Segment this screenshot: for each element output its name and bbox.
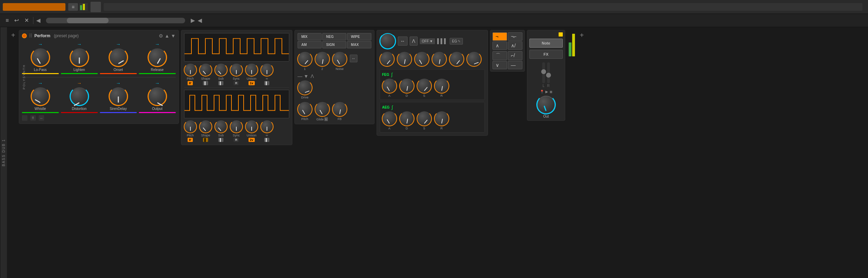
sirendelay-knob[interactable] bbox=[109, 87, 127, 105]
osc1-sub-value[interactable]: ▌ bbox=[218, 81, 223, 85]
plugin-icon[interactable] bbox=[90, 2, 101, 12]
fx-cyan-knob[interactable] bbox=[380, 33, 396, 49]
waveform-btn-neg[interactable]: ¬ bbox=[492, 32, 507, 41]
stop-icon[interactable]: ◼ bbox=[550, 90, 552, 94]
feg-r-knob[interactable] bbox=[434, 79, 449, 93]
out-knob[interactable] bbox=[537, 96, 555, 114]
osc2-sync-knob[interactable] bbox=[230, 120, 243, 133]
mix-knob-2[interactable] bbox=[315, 52, 330, 66]
arrow-icon-bottom[interactable]: ↔ bbox=[39, 115, 44, 121]
osc2-shape-knob[interactable] bbox=[199, 120, 212, 133]
fb-knob[interactable] bbox=[332, 102, 347, 117]
off-dropdown[interactable]: OFF ▼ bbox=[420, 38, 435, 44]
osc1-pitch-knob[interactable] bbox=[184, 64, 197, 76]
glide-l-badge[interactable]: L bbox=[324, 117, 328, 121]
fx-knob-4[interactable] bbox=[432, 52, 447, 66]
waveform-btn-hill[interactable]: ⌒ bbox=[492, 51, 507, 60]
add-right-button[interactable]: + bbox=[578, 30, 585, 41]
osc2-pitch-knob[interactable] bbox=[184, 120, 197, 133]
lopass-knob[interactable] bbox=[31, 48, 49, 66]
mix-knob-1[interactable] bbox=[298, 52, 312, 66]
timeline[interactable] bbox=[104, 3, 862, 11]
osc2-shape-value[interactable]: ▌ bbox=[203, 138, 208, 142]
mix-btn-neg[interactable]: NEG bbox=[322, 33, 346, 40]
note-button[interactable]: Note bbox=[529, 39, 563, 48]
lambda-btn[interactable]: Λ bbox=[410, 37, 418, 46]
lambda-icon[interactable]: Λ bbox=[310, 73, 314, 79]
osc1-shape-value[interactable]: ▌ bbox=[203, 81, 208, 85]
back-arrow-2[interactable]: ◀ bbox=[198, 17, 202, 24]
waveform-btn-slash[interactable]: ⌐/ bbox=[508, 51, 522, 60]
track-name-bar[interactable] bbox=[3, 3, 65, 11]
fx-knob-2[interactable] bbox=[397, 52, 412, 66]
osc1-sub-knob[interactable] bbox=[215, 64, 227, 76]
l-slider[interactable] bbox=[542, 62, 545, 83]
osc1-shape-knob[interactable] bbox=[199, 64, 212, 76]
down-arrow-icon[interactable]: ▼ bbox=[171, 33, 176, 39]
osc2-sub-knob[interactable] bbox=[215, 120, 227, 133]
fx-knob-6[interactable] bbox=[467, 52, 481, 66]
mix-btn-mix[interactable]: MIX bbox=[298, 33, 322, 40]
osc2-sub-value[interactable]: ▌ bbox=[218, 138, 223, 142]
osc2-inf-knob[interactable] bbox=[261, 120, 273, 133]
pitch-knob[interactable] bbox=[298, 102, 312, 117]
osc2-unison-knob[interactable] bbox=[245, 120, 258, 133]
undo-icon[interactable]: ↩ bbox=[13, 16, 20, 25]
aeg-d-knob[interactable] bbox=[400, 111, 414, 126]
whistle-knob[interactable] bbox=[31, 87, 49, 105]
onset-knob[interactable] bbox=[109, 48, 127, 66]
back-arrow[interactable]: ◀ bbox=[36, 17, 40, 24]
osc2-unison-value[interactable]: 2v bbox=[248, 138, 255, 142]
osc1-pitch-value[interactable]: 8' bbox=[188, 81, 193, 85]
menu-icon[interactable]: ≡ bbox=[68, 3, 78, 11]
mix-noise-knob[interactable] bbox=[332, 52, 347, 66]
grid-icon[interactable]: ▌▌▌ bbox=[437, 38, 448, 44]
play-icon[interactable]: ▶ bbox=[545, 90, 548, 94]
waveform-btn-valley[interactable]: ∨ bbox=[492, 61, 507, 69]
fwd-arrow[interactable]: ▶ bbox=[191, 17, 195, 24]
waveform-btn-neg2[interactable]: ¬⌐ bbox=[508, 32, 522, 41]
mix-btn-sign[interactable]: SIGN bbox=[322, 41, 346, 48]
osc1-sync-knob[interactable] bbox=[230, 64, 243, 76]
osc1-unison-knob[interactable] bbox=[245, 64, 258, 76]
settings-icon[interactable]: ⚙ bbox=[159, 33, 163, 39]
feg-d-knob[interactable] bbox=[400, 79, 414, 93]
osc1-inf-knob[interactable] bbox=[261, 64, 273, 76]
osc2-inf-value[interactable]: ▌ bbox=[264, 138, 269, 142]
osc1-sync-value[interactable]: R bbox=[234, 81, 239, 85]
mix-btn-am[interactable]: AM bbox=[298, 41, 322, 48]
scrollbar[interactable] bbox=[46, 18, 185, 23]
power-button[interactable] bbox=[22, 33, 27, 38]
feg-a-knob[interactable] bbox=[382, 79, 397, 93]
aeg-r-knob[interactable] bbox=[434, 111, 449, 126]
fx-knob-5[interactable] bbox=[449, 52, 464, 66]
dash-arrow-icon[interactable]: — ▼ bbox=[298, 73, 309, 79]
fx-knob-3[interactable] bbox=[415, 52, 429, 66]
osc2-sync-value[interactable]: R bbox=[234, 138, 239, 142]
osc1-inf-value[interactable]: ▌ bbox=[264, 81, 269, 85]
link-icon-btn[interactable]: ↔ bbox=[398, 37, 408, 46]
r-slider[interactable] bbox=[547, 62, 550, 83]
link-button[interactable]: ↔ bbox=[350, 55, 357, 62]
pin-icon[interactable]: 📍 bbox=[540, 90, 544, 94]
page-icon[interactable] bbox=[22, 115, 27, 121]
aeg-shape-icon[interactable]: ∫ bbox=[392, 104, 393, 110]
glide-knob[interactable] bbox=[315, 102, 330, 117]
fx-knob-1[interactable] bbox=[380, 52, 394, 66]
eg-btn[interactable]: EG ✎ bbox=[450, 38, 463, 45]
osc2-pitch-value[interactable]: 8' bbox=[188, 138, 193, 142]
lighten-knob[interactable] bbox=[70, 48, 88, 66]
dots-icon[interactable]: ⠿ bbox=[30, 115, 36, 121]
distortion-knob[interactable] bbox=[70, 87, 88, 105]
add-left-button[interactable]: + bbox=[10, 30, 17, 41]
waveform-btn-tri[interactable]: ∧ bbox=[492, 41, 507, 50]
list-icon[interactable]: ≡ bbox=[4, 16, 10, 25]
drive-knob[interactable] bbox=[298, 80, 312, 95]
aeg-a-knob[interactable] bbox=[382, 111, 397, 126]
close-icon[interactable]: ✕ bbox=[23, 16, 30, 25]
output-knob[interactable] bbox=[148, 87, 166, 105]
mix-btn-max[interactable]: MAX bbox=[347, 41, 371, 48]
waveform-btn-tri2[interactable]: ∧/ bbox=[508, 41, 522, 50]
release-knob[interactable] bbox=[148, 48, 166, 66]
mix-btn-wipe[interactable]: WIPE bbox=[347, 33, 371, 40]
